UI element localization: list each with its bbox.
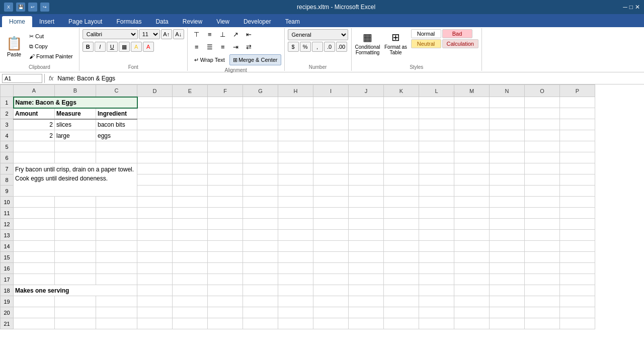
cell-empty[interactable] [173, 296, 208, 307]
row-number-4[interactable]: 4 [1, 130, 14, 141]
col-header-c[interactable]: C [96, 85, 137, 97]
cell-empty[interactable] [243, 141, 278, 152]
cell-empty[interactable] [384, 163, 419, 174]
cell-empty[interactable] [278, 197, 313, 208]
cell-empty[interactable] [560, 318, 595, 329]
cell-empty[interactable] [55, 219, 96, 230]
cell-empty[interactable] [349, 163, 384, 174]
cell-empty[interactable] [490, 186, 525, 197]
cell-empty[interactable] [384, 307, 419, 318]
cell-empty[interactable] [525, 163, 560, 174]
row-number-9[interactable]: 9 [1, 186, 14, 197]
cell-empty[interactable] [419, 197, 454, 208]
col-header-i[interactable]: I [313, 85, 349, 97]
cell-empty[interactable] [96, 274, 137, 285]
cell-empty[interactable] [454, 285, 490, 296]
cell-empty[interactable] [490, 152, 525, 163]
cell-empty[interactable] [560, 141, 595, 152]
align-left-button[interactable]: ≡ [191, 42, 203, 52]
cell-b3[interactable]: slices [55, 119, 96, 130]
cell-empty[interactable] [384, 97, 419, 108]
cell-empty[interactable] [490, 219, 525, 230]
cell-empty[interactable] [349, 252, 384, 263]
paste-button[interactable]: 📋 Paste [3, 32, 25, 60]
cell-empty[interactable] [419, 119, 454, 130]
cell-empty[interactable] [208, 141, 243, 152]
percent-button[interactable]: % [300, 42, 311, 52]
cell-empty[interactable] [454, 252, 490, 263]
cell-empty[interactable] [173, 208, 208, 219]
cell-empty[interactable] [278, 219, 313, 230]
copy-button[interactable]: ⧉ Copy [26, 41, 51, 51]
cell-empty[interactable] [313, 208, 349, 219]
cell-empty[interactable] [560, 274, 595, 285]
cell-empty[interactable] [419, 241, 454, 252]
cell-empty[interactable] [419, 152, 454, 163]
row-number-11[interactable]: 11 [1, 208, 14, 219]
cell-empty[interactable] [55, 307, 96, 318]
cell-empty[interactable] [137, 318, 173, 329]
cell-empty[interactable] [55, 141, 96, 152]
cell-empty[interactable] [384, 219, 419, 230]
comma-button[interactable]: , [312, 42, 323, 52]
cell-empty[interactable] [173, 130, 208, 141]
cell-empty[interactable] [525, 130, 560, 141]
cell-empty[interactable] [243, 152, 278, 163]
cell-empty[interactable] [243, 241, 278, 252]
cell-empty[interactable] [419, 274, 454, 285]
cell-empty[interactable] [419, 141, 454, 152]
cell-empty[interactable] [173, 230, 208, 241]
increase-font-btn[interactable]: A↑ [161, 29, 172, 39]
cell-empty[interactable] [208, 152, 243, 163]
cell-c4[interactable]: eggs [96, 130, 137, 141]
cell-empty[interactable] [560, 152, 595, 163]
number-format-select[interactable]: General [288, 29, 348, 40]
cell-empty[interactable] [173, 285, 208, 296]
cell-c3[interactable]: bacon bits [96, 119, 137, 130]
cell-empty[interactable] [208, 263, 243, 274]
cell-empty[interactable] [313, 130, 349, 141]
cell-empty[interactable] [419, 318, 454, 329]
align-center-button[interactable]: ☰ [204, 42, 216, 52]
cell-empty[interactable] [313, 230, 349, 241]
cell-empty[interactable] [173, 119, 208, 130]
cell-empty[interactable] [490, 108, 525, 119]
cell-empty[interactable] [173, 263, 208, 274]
cell-empty[interactable] [525, 252, 560, 263]
cell-empty[interactable] [490, 163, 525, 174]
cell-empty[interactable] [137, 285, 173, 296]
cell-c2[interactable]: Ingredient [96, 108, 137, 119]
cell-empty[interactable] [243, 263, 278, 274]
merge-center-button[interactable]: ⊞ Merge & Center [229, 54, 281, 65]
cell-empty[interactable] [419, 208, 454, 219]
cell-empty[interactable] [349, 263, 384, 274]
cell-empty[interactable] [349, 197, 384, 208]
cell-empty[interactable] [313, 97, 349, 108]
cell-empty[interactable] [55, 274, 96, 285]
row-number-18[interactable]: 18 [1, 285, 14, 296]
cell-empty[interactable] [243, 274, 278, 285]
cell-empty[interactable] [419, 252, 454, 263]
cell-empty[interactable] [349, 208, 384, 219]
cell-empty[interactable] [96, 230, 137, 241]
cell-empty[interactable] [137, 230, 173, 241]
cell-empty[interactable] [419, 108, 454, 119]
cell-empty[interactable] [96, 318, 137, 329]
redo-icon[interactable]: ↪ [40, 3, 49, 12]
cell-empty[interactable] [278, 230, 313, 241]
cell-empty[interactable] [313, 285, 349, 296]
row-number-12[interactable]: 12 [1, 219, 14, 230]
cell-empty[interactable] [278, 152, 313, 163]
cut-button[interactable]: ✂ Cut [26, 31, 47, 41]
col-header-n[interactable]: N [490, 85, 525, 97]
font-name-select[interactable]: Calibri [83, 29, 138, 39]
cell-empty[interactable] [525, 97, 560, 108]
style-normal[interactable]: Normal [411, 29, 441, 38]
cell-empty[interactable] [419, 219, 454, 230]
cell-empty[interactable] [349, 241, 384, 252]
cell-empty[interactable] [96, 252, 137, 263]
cell-empty[interactable] [454, 296, 490, 307]
cell-empty[interactable] [55, 152, 96, 163]
cell-empty[interactable] [490, 318, 525, 329]
cell-empty[interactable] [278, 318, 313, 329]
